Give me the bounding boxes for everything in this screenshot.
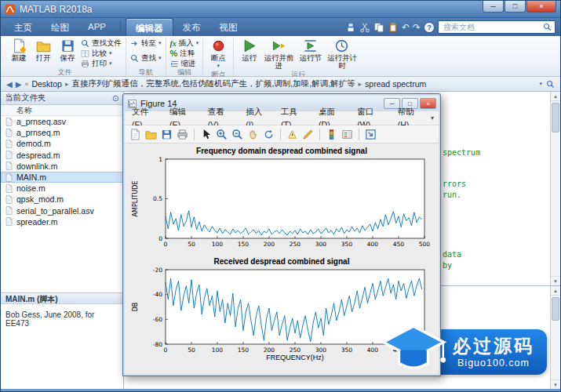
ribbon-toolbar: 新建 打开 保存 查找文件 比较 <box>1 36 560 77</box>
copy-icon[interactable] <box>373 22 384 33</box>
ribbon-group-edit: fx 插入 ▾ % 注释 缩进 编辑 <box>166 38 204 76</box>
scroll-down-icon[interactable]: ▼ <box>551 379 560 389</box>
run-button[interactable]: 运行 <box>238 38 260 63</box>
zoom-in-icon[interactable] <box>216 129 228 140</box>
file-row[interactable]: downlink.m <box>1 161 123 172</box>
breadcrumb-folder[interactable]: 直接序列扩频通信，完整系统,包括伪随机码产生，扩频,调制,加噪,解调,解扩等 <box>71 78 355 89</box>
brush-icon[interactable] <box>302 129 314 140</box>
file-row[interactable]: qpsk_mod.m <box>1 194 123 205</box>
save-button[interactable]: 保存 <box>56 38 78 63</box>
goto-button[interactable]: 转至 ▾ <box>130 38 162 48</box>
cursor-icon[interactable] <box>200 129 212 140</box>
open-icon[interactable] <box>145 129 157 140</box>
save-icon[interactable] <box>161 129 173 140</box>
svg-text:250: 250 <box>290 241 301 248</box>
scrollbar-thumb[interactable] <box>552 103 559 132</box>
forward-icon[interactable]: ▶ <box>16 80 22 89</box>
file-row[interactable]: demod.m <box>1 138 123 149</box>
svg-text:0.5: 0.5 <box>153 195 162 202</box>
open-button[interactable]: 打开 <box>32 38 54 63</box>
titlebar: MATLAB R2018a ─ □ × <box>1 1 560 18</box>
new-script-button[interactable]: 新建 <box>8 38 30 63</box>
new-figure-icon[interactable] <box>129 129 141 140</box>
svg-text:-20: -20 <box>153 267 162 274</box>
print-button[interactable]: 打印 ▾ <box>81 59 122 68</box>
comment-button[interactable]: % 注释 <box>170 49 199 58</box>
ribbon-group-navigate: 转至 ▾ 查找 ▾ 导航 <box>126 38 166 76</box>
column-header-name[interactable]: 名称 <box>1 105 123 116</box>
zoom-out-icon[interactable] <box>231 129 243 140</box>
scroll-up-icon[interactable]: ▲ <box>551 92 560 101</box>
tab-apps[interactable]: APP <box>78 18 115 36</box>
file-row[interactable]: spreader.m <box>1 216 123 227</box>
close-button[interactable]: × <box>526 1 556 13</box>
tab-editor[interactable]: 编辑器 <box>126 18 173 36</box>
find-button[interactable]: 查找 ▾ <box>130 53 162 63</box>
file-row[interactable]: a_prnseq.asv <box>1 116 123 127</box>
indent-icon <box>170 60 179 68</box>
dropdown-icon: ▾ <box>196 40 199 46</box>
scroll-up-icon[interactable]: ▲ <box>551 286 560 296</box>
search-folder-icon[interactable] <box>546 80 555 89</box>
editor-scrollbar[interactable]: ▲ ▼ <box>550 92 560 285</box>
dropdown-icon: ▾ <box>109 60 112 67</box>
search-icon[interactable] <box>543 23 552 31</box>
path-dropdown-icon[interactable]: ▾ <box>539 81 542 87</box>
print-icon[interactable] <box>177 129 188 140</box>
file-row[interactable]: serial_to_parallel.asv <box>1 205 123 216</box>
file-icon <box>5 173 13 182</box>
svg-text:-40: -40 <box>153 291 162 298</box>
menu-overflow-icon[interactable]: ▾ <box>431 114 437 122</box>
dropdown-icon: ▾ <box>158 40 162 46</box>
undo-icon[interactable]: ↶ <box>402 22 410 33</box>
dropdown-icon: ▾ <box>109 50 112 56</box>
cut-icon[interactable] <box>359 22 370 33</box>
tab-plots[interactable]: 绘图 <box>42 18 78 36</box>
indent-button[interactable]: 缩进 <box>170 59 199 68</box>
paste-icon[interactable] <box>388 22 399 33</box>
redo-icon[interactable]: ↷ <box>413 22 421 33</box>
insert-button[interactable]: fx 插入 ▾ <box>170 38 199 48</box>
breadcrumb-desktop[interactable]: Desktop <box>31 79 62 89</box>
save-icon[interactable] <box>345 22 356 33</box>
colorbar-icon[interactable] <box>326 129 337 140</box>
run-advance-button[interactable]: 运行并前进 <box>262 38 295 71</box>
panel-menu-icon[interactable]: ⊙ <box>112 93 119 103</box>
tab-home[interactable]: 主页 <box>5 18 42 36</box>
current-folder-panel: 当前文件夹 ⊙ 名称 a_prnseq.asv a_prnseq.m demod… <box>1 92 124 389</box>
maximize-button[interactable]: □ <box>505 1 526 13</box>
datatip-icon[interactable] <box>286 129 298 140</box>
help-icon[interactable]: ? <box>424 22 435 33</box>
matlab-logo-icon <box>5 4 16 15</box>
svg-text:300: 300 <box>315 241 327 248</box>
run-section-button[interactable]: 运行节 <box>297 38 323 63</box>
legend-icon[interactable] <box>341 129 353 140</box>
doc-search-input[interactable] <box>442 22 543 32</box>
tab-publish[interactable]: 发布 <box>173 18 210 36</box>
back-icon[interactable]: ◀ <box>6 80 13 89</box>
file-row-selected[interactable]: MAIN.m <box>1 172 123 183</box>
file-row[interactable]: despread.m <box>1 150 123 161</box>
window-title: MATLAB R2018a <box>20 4 93 15</box>
breakpoints-button[interactable]: 断点 ▾ <box>207 38 229 71</box>
compare-button[interactable]: 比较 ▾ <box>81 49 122 58</box>
details-header[interactable]: MAIN.m (脚本) <box>1 292 123 304</box>
find-files-button[interactable]: 查找文件 <box>81 38 122 48</box>
scrollbar-thumb[interactable] <box>552 297 559 321</box>
maximize-icon: □ <box>513 2 517 10</box>
file-row[interactable]: a_prnseq.m <box>1 127 123 138</box>
rotate-icon[interactable] <box>263 129 275 140</box>
run-time-button[interactable]: 运行并计时 <box>326 38 359 71</box>
tab-view[interactable]: 视图 <box>210 18 247 36</box>
code-comment-fragment: rrors <box>443 180 466 188</box>
scroll-down-icon[interactable]: ▼ <box>551 276 560 285</box>
file-row[interactable]: noise.m <box>1 183 123 194</box>
dock-icon[interactable] <box>365 129 377 140</box>
pan-hand-icon[interactable] <box>247 129 259 140</box>
collapse-icon[interactable]: « <box>24 80 28 88</box>
breadcrumb-subfolder[interactable]: spread spectrum <box>365 79 426 89</box>
svg-text:200: 200 <box>264 347 275 354</box>
chart-title-top: Frequency domain despread combined signa… <box>125 147 439 155</box>
minimize-button[interactable]: ─ <box>483 1 504 13</box>
lower-pane-scrollbar[interactable]: ▲ ▼ <box>550 286 560 389</box>
